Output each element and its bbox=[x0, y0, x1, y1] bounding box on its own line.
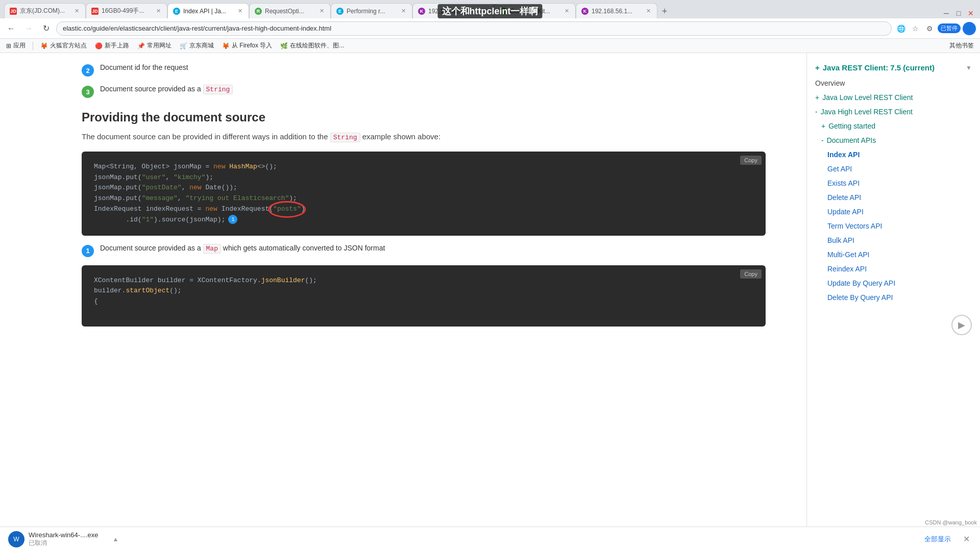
translate-button[interactable]: 🌐 bbox=[895, 22, 907, 35]
code-line: .id("1").source(jsonMap);1 bbox=[94, 215, 753, 226]
tab-favicon: E bbox=[336, 8, 344, 15]
sidebar-item-index-api[interactable]: Index API bbox=[807, 147, 980, 162]
tab-request[interactable]: R RequestOpti... ✕ bbox=[249, 3, 331, 18]
tab-label: Performing r... bbox=[347, 8, 397, 15]
maximize-button[interactable]: □ bbox=[953, 8, 964, 18]
browser-window: 这个和httpcleint一样啊 JD 京东(JD.COM)... ✕ JD 1… bbox=[0, 0, 980, 551]
posts-highlight: "posts" bbox=[273, 204, 301, 215]
bookmark-label: 其他书签 bbox=[949, 41, 974, 50]
tab-192-2[interactable]: K 192.168.56.1... ✕ bbox=[576, 3, 657, 18]
tab-jd2[interactable]: JD 16GB0-499手... ✕ bbox=[86, 3, 167, 18]
sidebar-item-label: Get API bbox=[827, 165, 852, 173]
new-tab-button[interactable]: + bbox=[657, 4, 672, 18]
apps-icon: ⊞ bbox=[6, 42, 11, 49]
bookmark-icon: 📌 bbox=[137, 42, 145, 49]
download-icon: W bbox=[8, 531, 24, 547]
tab-elastic[interactable]: E Index API | Ja... ✕ bbox=[167, 3, 249, 18]
sidebar-item-label: Index API bbox=[827, 151, 860, 159]
sidebar-item-label: Multi-Get API bbox=[827, 251, 869, 259]
minimize-button[interactable]: ─ bbox=[941, 8, 951, 18]
download-status: 已取消 bbox=[29, 539, 99, 547]
sidebar-item-label: Bulk API bbox=[827, 236, 854, 244]
item1-desc: Document source provided as a Map which … bbox=[100, 244, 385, 253]
sidebar-item-delete-api[interactable]: Delete API bbox=[807, 190, 980, 205]
paused-badge[interactable]: 已暂停 bbox=[938, 23, 961, 33]
play-button[interactable]: ▶ bbox=[951, 315, 972, 335]
sidebar-item-exists-api[interactable]: Exists API bbox=[807, 176, 980, 190]
tab-close-button[interactable]: ✕ bbox=[318, 8, 325, 15]
bookmark-apps[interactable]: ⊞ 应用 bbox=[4, 40, 28, 51]
bookmark-label: 从 Firefox 导入 bbox=[232, 41, 272, 50]
download-item: W Wireshark-win64-....exe 已取消 bbox=[8, 531, 99, 547]
close-download-bar-button[interactable]: ✕ bbox=[961, 532, 972, 546]
sidebar-item-high-level[interactable]: - Java High Level REST Client bbox=[807, 105, 980, 119]
sidebar-version[interactable]: + Java REST Client: 7.5 (current) ▼ bbox=[807, 59, 980, 76]
close-button[interactable]: ✕ bbox=[966, 8, 976, 18]
sidebar-item-term-vectors-api[interactable]: Term Vectors API bbox=[807, 219, 980, 233]
sidebar-item-delete-by-query-api[interactable]: Delete By Query API bbox=[807, 290, 980, 305]
tab-close-button[interactable]: ✕ bbox=[400, 8, 407, 15]
code-line: IndexRequest indexRequest = new IndexReq… bbox=[94, 204, 753, 215]
address-bar-row: ← → ↻ 🌐 ☆ ⚙ 已暂停 👤 bbox=[0, 18, 980, 39]
address-input[interactable] bbox=[56, 21, 892, 36]
tab-performing[interactable]: E Performing r... ✕ bbox=[331, 3, 412, 18]
tab-jd1[interactable]: JD 京东(JD.COM)... ✕ bbox=[4, 3, 86, 18]
back-button[interactable]: ← bbox=[4, 21, 18, 36]
copy-button-2[interactable]: Copy bbox=[740, 269, 762, 279]
tab-close-button[interactable]: ✕ bbox=[73, 8, 80, 15]
copy-button[interactable]: Copy bbox=[740, 156, 762, 165]
tab-close-button[interactable]: ✕ bbox=[563, 8, 570, 15]
bookmark-newbie[interactable]: 🔴 新手上路 bbox=[93, 40, 131, 51]
download-info: Wireshark-win64-....exe 已取消 bbox=[29, 531, 99, 547]
show-all-downloads-button[interactable]: 全部显示 bbox=[920, 533, 955, 546]
bookmark-import[interactable]: 🦊 从 Firefox 导入 bbox=[220, 40, 274, 51]
bookmark-draw[interactable]: 🌿 在线绘图软件、图... bbox=[278, 40, 346, 51]
sidebar-item-update-api[interactable]: Update API bbox=[807, 205, 980, 219]
code-line: jsonMap.put("postDate", new Date()); bbox=[94, 183, 753, 193]
bookmark-common[interactable]: 📌 常用网址 bbox=[135, 40, 174, 51]
sidebar-item-label: Update By Query API bbox=[827, 279, 895, 287]
download-filename: Wireshark-win64-....exe bbox=[29, 531, 99, 539]
sidebar-item-get-api[interactable]: Get API bbox=[807, 162, 980, 176]
sidebar-item-label: Term Vectors API bbox=[827, 222, 882, 230]
main-content: 2 Document id for the request 3 Document… bbox=[0, 53, 980, 527]
profile-button[interactable]: 👤 bbox=[963, 22, 976, 35]
chevron-down-icon: ▼ bbox=[966, 64, 972, 71]
item1-code: Map bbox=[203, 244, 221, 254]
sidebar-item-multi-get-api[interactable]: Multi-Get API bbox=[807, 247, 980, 262]
sidebar-item-reindex-api[interactable]: Reindex API bbox=[807, 262, 980, 276]
sidebar-item-overview[interactable]: Overview bbox=[807, 76, 980, 90]
code-line: jsonMap.put("user", "kimchy"); bbox=[94, 172, 753, 183]
sidebar-item-getting-started[interactable]: + Getting started bbox=[807, 119, 980, 133]
line-badge-1: 1 bbox=[228, 215, 237, 224]
tab-label: 192.168.56.1... bbox=[592, 8, 642, 15]
bookmark-firefox[interactable]: 🦊 火狐官方站点 bbox=[38, 40, 89, 51]
bookmark-others[interactable]: 其他书签 bbox=[947, 40, 976, 51]
refresh-button[interactable]: ↻ bbox=[39, 21, 53, 36]
sidebar-item-label: Update API bbox=[827, 208, 864, 216]
sidebar-item-label: Exists API bbox=[827, 179, 860, 187]
settings-button[interactable]: ⚙ bbox=[923, 22, 936, 35]
plus-icon: + bbox=[815, 93, 819, 102]
page-annotation: 这个和httpcleint一样啊 bbox=[438, 4, 543, 18]
sidebar-item-update-by-query-api[interactable]: Update By Query API bbox=[807, 276, 980, 290]
sidebar-item-document-apis[interactable]: - Document APIs bbox=[807, 133, 980, 147]
bookmark-jd[interactable]: 🛒 京东商城 bbox=[178, 40, 216, 51]
csdn-watermark: CSDN @wang_book bbox=[922, 518, 980, 527]
plus-icon: + bbox=[815, 63, 820, 72]
forward-button[interactable]: → bbox=[21, 21, 36, 36]
sidebar-item-low-level[interactable]: + Java Low Level REST Client bbox=[807, 90, 980, 105]
tab-close-button[interactable]: ✕ bbox=[645, 8, 652, 15]
sidebar-item-bulk-api[interactable]: Bulk API bbox=[807, 233, 980, 247]
bookmark-button[interactable]: ☆ bbox=[909, 22, 921, 35]
version-label: Java REST Client: 7.5 (current) bbox=[823, 63, 935, 72]
tab-close-button[interactable]: ✕ bbox=[155, 8, 162, 15]
download-chevron[interactable]: ▲ bbox=[113, 536, 119, 543]
bookmark-divider bbox=[33, 42, 33, 50]
sidebar-item-label: Getting started bbox=[828, 122, 875, 130]
tab-close-button[interactable]: ✕ bbox=[236, 8, 243, 15]
code-block-2: Copy XContentBuilder builder = XContentF… bbox=[82, 265, 766, 327]
section-desc: The document source can be provided in d… bbox=[82, 131, 766, 143]
tab-favicon: R bbox=[255, 8, 262, 15]
numbered-item-3: 3 Document source provided as a String bbox=[82, 85, 766, 98]
